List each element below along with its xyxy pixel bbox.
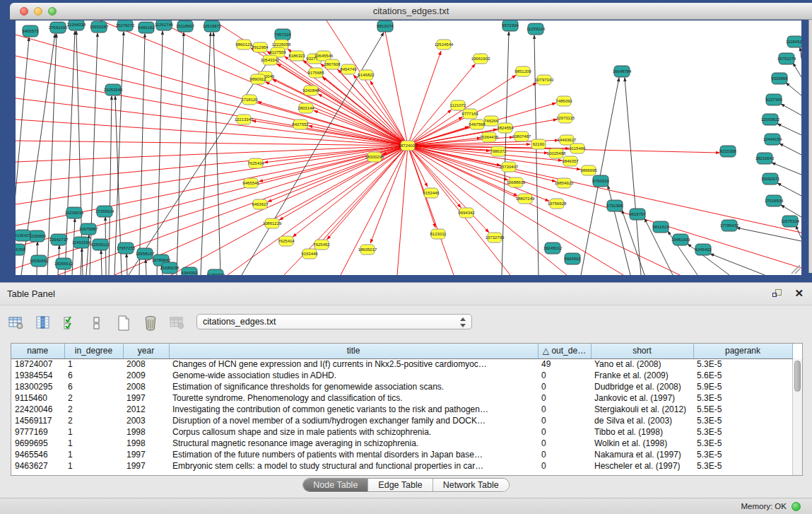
- graph-node[interactable]: 12524544: [435, 40, 454, 49]
- table-cell[interactable]: Structural magnetic resonance image aver…: [169, 438, 538, 449]
- graph-node[interactable]: 9465546: [242, 178, 259, 188]
- graph-node[interactable]: 19854923: [555, 178, 574, 188]
- graph-node[interactable]: 21344338: [67, 21, 86, 30]
- graph-node[interactable]: 9777169: [461, 109, 478, 119]
- table-row[interactable]: 911546021997Tourette syndrome. Phenomeno…: [11, 392, 792, 404]
- graph-node[interactable]: 9405573: [22, 25, 39, 37]
- table-selector-dropdown[interactable]: citations_edges.txt: [196, 314, 472, 329]
- table-cell[interactable]: 9115460: [11, 392, 64, 404]
- graph-node[interactable]: 7957224: [274, 29, 291, 40]
- table-cell[interactable]: 0: [538, 415, 591, 426]
- graph-node[interactable]: 21689298: [160, 262, 180, 274]
- graph-node[interactable]: 9245402: [695, 244, 712, 255]
- graph-node[interactable]: 16648784: [613, 66, 632, 77]
- graph-node[interactable]: 1121072: [450, 100, 467, 110]
- graph-node[interactable]: 10861229: [263, 218, 282, 228]
- graph-node[interactable]: 27691406: [49, 22, 68, 33]
- table-cell[interactable]: 9699695: [11, 438, 64, 449]
- table-cell[interactable]: Changes of HCN gene expression and I(f) …: [169, 358, 538, 370]
- graph-node[interactable]: 9851209: [514, 66, 531, 76]
- table-cell[interactable]: 1: [64, 460, 123, 472]
- table-cell[interactable]: 1: [64, 438, 123, 449]
- table-cell[interactable]: 2: [64, 404, 123, 415]
- table-cell[interactable]: 0: [538, 392, 591, 404]
- graph-node[interactable]: 20364436: [480, 132, 499, 142]
- graph-node[interactable]: 9153445: [423, 188, 440, 198]
- graph-node[interactable]: 12444154: [763, 134, 782, 145]
- vertical-scrollbar[interactable]: [792, 359, 802, 475]
- table-cell[interactable]: 0: [538, 460, 591, 472]
- graph-node[interactable]: 9466162: [138, 22, 155, 33]
- table-cell[interactable]: 5.3E-5: [693, 460, 792, 472]
- graph-node[interactable]: 9146822: [358, 70, 375, 80]
- table-cell[interactable]: Tibbo et al. (1998): [591, 426, 693, 438]
- table-cell[interactable]: 1997: [123, 392, 169, 404]
- graph-node[interactable]: 18605017: [358, 245, 377, 255]
- graph-node[interactable]: 12505113: [91, 239, 110, 250]
- table-cell[interactable]: Hescheler et al. (1997): [591, 460, 693, 472]
- table-cell[interactable]: Franke et al. (2009): [591, 370, 693, 381]
- float-panel-icon[interactable]: [772, 289, 782, 299]
- graph-node[interactable]: 11253224: [526, 23, 546, 35]
- table-cell[interactable]: 18300295: [11, 381, 64, 392]
- graph-node[interactable]: 7625434: [247, 158, 264, 168]
- table-cell[interactable]: Corpus callosum shape and size in male p…: [169, 426, 538, 438]
- graph-node[interactable]: 8427552: [292, 119, 309, 129]
- close-window-button[interactable]: [20, 7, 28, 16]
- graph-node[interactable]: 9849357: [562, 156, 579, 166]
- graph-node[interactable]: 11675334: [781, 216, 800, 227]
- table-row[interactable]: 946362711997Embryonic stem cells: a mode…: [11, 460, 792, 472]
- column-header-short[interactable]: short: [591, 344, 693, 358]
- graph-node[interactable]: 9153446: [301, 249, 318, 259]
- table-cell[interactable]: 2008: [123, 358, 169, 370]
- table-cell[interactable]: 0: [538, 438, 591, 449]
- graph-node[interactable]: 7625414: [278, 236, 295, 246]
- table-row[interactable]: 977716911998Corpus callosum shape and si…: [11, 426, 792, 438]
- graph-node[interactable]: 9572304: [502, 21, 519, 31]
- graph-node[interactable]: 8454749: [340, 64, 357, 74]
- graph-node[interactable]: 8215358: [719, 146, 736, 157]
- graph-node[interactable]: 9135427: [16, 230, 31, 241]
- table-cell[interactable]: 6: [64, 381, 123, 392]
- graph-node[interactable]: 9115466: [570, 144, 587, 153]
- graph-node[interactable]: 8912954: [252, 42, 269, 52]
- graph-node[interactable]: 15118967: [176, 21, 195, 32]
- scrollbar-thumb[interactable]: [794, 361, 801, 392]
- table-cell[interactable]: 6: [64, 370, 123, 381]
- table-cell[interactable]: 5.9E-5: [693, 381, 792, 392]
- table-cell[interactable]: 49: [538, 358, 591, 370]
- column-header-year[interactable]: year: [123, 344, 169, 358]
- create-column-icon[interactable]: [114, 314, 133, 332]
- graph-node[interactable]: 13942737: [49, 234, 69, 245]
- table-cell[interactable]: Dudbridge et al. (2008): [591, 381, 693, 392]
- graph-node[interactable]: 10688609: [507, 177, 526, 187]
- table-cell[interactable]: 0: [538, 426, 591, 438]
- table-cell[interactable]: 2: [64, 392, 123, 404]
- graph-node[interactable]: 15751074: [777, 53, 796, 64]
- graph-node[interactable]: 9860123: [235, 40, 252, 49]
- column-header-name[interactable]: name: [11, 344, 64, 358]
- graph-node[interactable]: 7986372: [490, 146, 507, 156]
- graph-node[interactable]: 10975887: [79, 223, 98, 235]
- graph-node[interactable]: 9806358: [16, 244, 25, 255]
- graph-node[interactable]: 9890912: [249, 74, 266, 84]
- graph-node[interactable]: 8123011: [430, 229, 447, 239]
- table-cell[interactable]: Yano et al. (2008): [591, 358, 693, 370]
- graph-node[interactable]: 6497568: [469, 119, 486, 129]
- row-height-icon[interactable]: [88, 314, 106, 332]
- table-cell[interactable]: 2012: [123, 404, 169, 415]
- graph-node[interactable]: 9463627: [252, 199, 269, 209]
- graph-node[interactable]: 9694342: [458, 208, 475, 218]
- select-all-columns-icon[interactable]: [61, 314, 79, 332]
- graph-node[interactable]: 9175685: [307, 68, 324, 78]
- table-cell[interactable]: 2008: [123, 381, 169, 392]
- table-cell[interactable]: 9463627: [11, 460, 64, 472]
- table-cell[interactable]: 18724007: [11, 358, 64, 370]
- graph-node[interactable]: 17359924: [95, 206, 114, 217]
- table-cell[interactable]: 1: [64, 426, 123, 438]
- table-cell[interactable]: 5.3E-5: [693, 358, 792, 370]
- graph-node[interactable]: 11184523: [786, 36, 801, 47]
- graph-node[interactable]: 9242848: [302, 86, 319, 95]
- graph-node[interactable]: 10797343: [535, 75, 554, 85]
- delete-column-icon[interactable]: [141, 314, 160, 332]
